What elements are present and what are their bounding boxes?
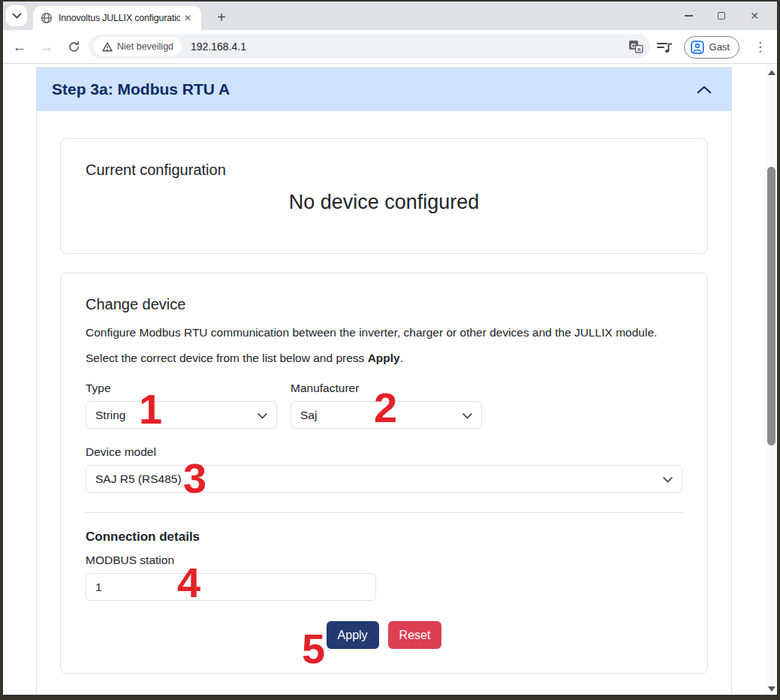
window-controls: ✕ bbox=[672, 2, 771, 30]
chevron-up-icon bbox=[697, 86, 712, 94]
minimize-icon bbox=[685, 15, 693, 17]
device-model-label: Device model bbox=[86, 445, 682, 459]
chevron-down-icon bbox=[462, 413, 472, 419]
maximize-button[interactable] bbox=[705, 2, 738, 30]
minimize-button[interactable] bbox=[672, 2, 705, 30]
device-status-text: No device configured bbox=[86, 191, 682, 214]
warning-icon bbox=[102, 42, 113, 52]
annotation-1: 1 bbox=[139, 388, 162, 430]
page-scrollbar[interactable] bbox=[766, 64, 777, 694]
profile-label: Gast bbox=[709, 41, 730, 53]
guest-avatar-icon bbox=[691, 41, 704, 54]
accordion-title: Step 3a: Modbus RTU A bbox=[52, 80, 697, 98]
browser-toolbar: ← → Niet beveiligd 192.168.4.1 G bbox=[3, 30, 777, 64]
security-chip[interactable]: Niet beveiligd bbox=[94, 37, 182, 56]
type-select-value: String bbox=[95, 409, 126, 422]
svg-text:a: a bbox=[637, 46, 641, 53]
instruction-suffix: . bbox=[400, 352, 403, 364]
maximize-icon bbox=[718, 12, 725, 20]
connection-details-title: Connection details bbox=[86, 530, 682, 545]
security-chip-label: Niet beveiligd bbox=[117, 41, 173, 52]
accordion-header[interactable]: Step 3a: Modbus RTU A bbox=[37, 68, 731, 111]
scroll-up-arrow-icon[interactable] bbox=[768, 70, 775, 75]
tab-close-icon[interactable]: ✕ bbox=[180, 11, 195, 25]
current-configuration-title: Current configuration bbox=[86, 161, 682, 179]
profile-button[interactable]: Gast bbox=[684, 36, 739, 59]
modbus-station-input[interactable] bbox=[86, 573, 376, 601]
type-select[interactable]: String bbox=[86, 401, 277, 429]
url-text: 192.168.4.1 bbox=[191, 41, 246, 53]
accordion-modbus-rtu-a: Step 3a: Modbus RTU A Current configurat… bbox=[36, 67, 732, 694]
menu-kebab-icon[interactable]: ⋮ bbox=[750, 39, 770, 55]
tab-title: Innovoltus JULLIX configuration bbox=[59, 13, 180, 23]
media-controls-icon[interactable] bbox=[655, 38, 673, 56]
type-label: Type bbox=[86, 382, 277, 395]
annotation-2: 2 bbox=[374, 387, 397, 429]
instruction-bold: Apply bbox=[368, 352, 400, 364]
scrollbar-thumb[interactable] bbox=[767, 167, 775, 445]
annotation-3: 3 bbox=[183, 457, 206, 499]
chevron-down-icon bbox=[257, 413, 267, 419]
reload-icon bbox=[68, 41, 80, 53]
back-button[interactable]: ← bbox=[9, 30, 30, 64]
chevron-down-icon bbox=[663, 477, 673, 483]
device-model-select[interactable]: SAJ R5 (RS485) bbox=[86, 465, 682, 493]
device-model-field: Device model SAJ R5 (RS485) bbox=[86, 445, 682, 493]
manufacturer-select-value: Saj bbox=[300, 409, 317, 422]
current-configuration-card: Current configuration No device configur… bbox=[60, 138, 708, 254]
type-field: Type String bbox=[86, 382, 277, 429]
chevron-down-icon bbox=[12, 13, 22, 19]
browser-window: Innovoltus JULLIX configuration ✕ + ✕ ← … bbox=[3, 2, 777, 695]
annotation-5: 5 bbox=[302, 628, 325, 670]
instruction-prefix: Select the correct device from the list … bbox=[86, 352, 368, 364]
modbus-station-label: MODBUS station bbox=[86, 554, 682, 567]
reset-button[interactable]: Reset bbox=[388, 621, 442, 649]
apply-button[interactable]: Apply bbox=[327, 621, 379, 649]
scroll-down-arrow-icon[interactable] bbox=[768, 686, 775, 692]
reload-button[interactable] bbox=[63, 30, 84, 64]
form-actions: Apply Reset bbox=[86, 621, 682, 649]
change-device-title: Change device bbox=[86, 296, 682, 313]
page-content: Step 3a: Modbus RTU A Current configurat… bbox=[3, 64, 777, 694]
change-device-card: Change device Configure Modbus RTU commu… bbox=[60, 273, 708, 674]
section-divider bbox=[86, 512, 682, 513]
toolbar-right: Gast ⋮ bbox=[655, 30, 770, 64]
change-device-instruction: Select the correct device from the list … bbox=[86, 352, 682, 365]
translate-icon[interactable]: G a bbox=[628, 38, 644, 55]
tab-search-button[interactable] bbox=[6, 5, 27, 26]
annotation-4: 4 bbox=[177, 562, 200, 604]
tab-strip: Innovoltus JULLIX configuration ✕ + ✕ bbox=[3, 2, 777, 30]
new-tab-button[interactable]: + bbox=[212, 8, 231, 27]
change-device-description: Configure Modbus RTU communication betwe… bbox=[86, 326, 682, 339]
address-bar[interactable]: Niet beveiligd 192.168.4.1 G a bbox=[89, 35, 650, 59]
active-tab[interactable]: Innovoltus JULLIX configuration ✕ bbox=[33, 6, 201, 30]
close-window-button[interactable]: ✕ bbox=[738, 2, 771, 30]
forward-button[interactable]: → bbox=[36, 30, 57, 64]
device-model-select-value: SAJ R5 (RS485) bbox=[95, 472, 182, 486]
globe-icon bbox=[41, 12, 53, 24]
